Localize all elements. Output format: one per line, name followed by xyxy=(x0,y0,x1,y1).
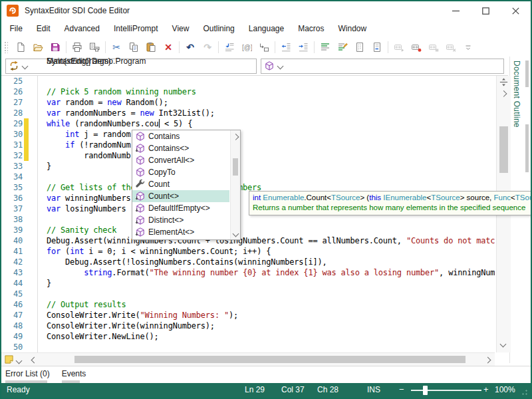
code-line[interactable]: 48ConsoleWriter.Write(winningNumbers); xyxy=(1,321,495,331)
code-line[interactable]: 28var randomNumbers = new Int32List(); xyxy=(1,108,495,118)
scroll-down-icon[interactable] xyxy=(233,231,239,237)
copy-button[interactable] xyxy=(125,39,142,55)
show-whitespace-button[interactable] xyxy=(351,39,368,55)
document-outline-tab[interactable]: Document Outline xyxy=(512,61,521,128)
macro-pause-button[interactable] xyxy=(425,39,442,55)
code-line[interactable]: 31 if (!randomNum xyxy=(1,140,495,150)
code-line[interactable]: 43 string.Format("The winning number {0}… xyxy=(1,267,495,278)
toolbar-overflow-button[interactable] xyxy=(460,39,477,55)
menu-item-outlining[interactable]: Outlining xyxy=(196,20,241,37)
member-dropdown[interactable]: Main(string[] args) xyxy=(261,59,504,74)
redo-button[interactable]: ↷ xyxy=(199,39,216,55)
code-line[interactable]: 44} xyxy=(1,278,495,289)
code-text: for (int i = 0; i < winningNumbers.Count… xyxy=(47,246,271,257)
word-wrap-button[interactable] xyxy=(368,39,386,55)
extension-method-icon xyxy=(135,191,146,201)
chevron-down-icon[interactable] xyxy=(16,358,23,364)
new-file-button[interactable] xyxy=(12,39,29,55)
cut-button[interactable]: ✂ xyxy=(108,39,125,55)
code-line[interactable]: 46// Output results xyxy=(1,299,495,310)
open-file-button[interactable] xyxy=(29,39,47,55)
code-line[interactable]: 50 xyxy=(1,342,495,352)
scroll-up-icon[interactable] xyxy=(233,134,239,140)
code-line[interactable]: 38 xyxy=(1,214,495,225)
completion-item[interactable]: ConvertAll<> xyxy=(132,154,229,166)
code-line[interactable]: 29while (randomNumbers.cou < 5) { xyxy=(1,118,495,129)
undo-button[interactable]: ↶ xyxy=(182,39,199,55)
zoom-in-button[interactable]: + xyxy=(483,384,489,394)
code-line[interactable]: 40Debug.Assert(winningNumbers.Count + lo… xyxy=(1,235,495,246)
print-preview-button[interactable] xyxy=(86,39,103,55)
resize-grip[interactable] xyxy=(520,388,528,396)
macro-record-button[interactable] xyxy=(408,39,425,55)
select-enclosing-button[interactable] xyxy=(255,39,273,55)
menu-item-language[interactable]: Language xyxy=(241,20,291,37)
code-line[interactable]: 45 xyxy=(1,289,495,299)
completion-item[interactable]: Contains xyxy=(132,130,229,142)
document-state-icon[interactable] xyxy=(4,354,14,364)
outdent-button[interactable] xyxy=(277,39,295,55)
format-document-button[interactable] xyxy=(317,39,334,55)
h-scroll-thumb[interactable] xyxy=(74,356,466,363)
code-line[interactable]: 42 Debug.Assert(!losingNumbers.Contains(… xyxy=(1,257,495,267)
menu-item-intelliprompt[interactable]: IntelliPrompt xyxy=(106,20,165,37)
status-column: Col 37 xyxy=(281,385,305,394)
print-button[interactable] xyxy=(68,39,86,55)
paste-button[interactable] xyxy=(142,39,160,55)
completion-item[interactable]: Count<> xyxy=(132,190,229,202)
zoom-slider[interactable] xyxy=(411,390,481,391)
zoom-slider-thumb[interactable] xyxy=(423,386,428,395)
type-dropdown[interactable]: SyntaxEditorDemo.Program xyxy=(5,59,257,74)
menu-item-edit[interactable]: Edit xyxy=(29,20,57,37)
error-list-tab[interactable]: Error List (0) xyxy=(5,369,50,384)
code-line[interactable]: 47ConsoleWriter.Write("Winning Numbers: … xyxy=(1,310,495,321)
code-line[interactable]: 27var random = new Random(); xyxy=(1,97,495,108)
completion-item[interactable]: Count xyxy=(132,178,229,190)
h-scrollbar[interactable] xyxy=(1,352,495,366)
completion-scrollbar[interactable] xyxy=(230,130,240,239)
menu-item-window[interactable]: Window xyxy=(331,20,374,37)
menu-item-view[interactable]: View xyxy=(165,20,196,37)
delete-button[interactable]: ✕ xyxy=(160,39,177,55)
format-selection-button[interactable] xyxy=(334,39,351,55)
v-scroll-thumb[interactable] xyxy=(499,126,508,173)
code-line[interactable]: 39// Sanity check xyxy=(1,225,495,235)
toolbar-grip[interactable] xyxy=(4,41,8,53)
menu-item-file[interactable]: File xyxy=(3,20,29,37)
completion-item[interactable]: CopyTo xyxy=(132,166,229,178)
code-line[interactable]: 26// Pick 5 random winning numbers xyxy=(1,86,495,97)
events-tab[interactable]: Events xyxy=(62,369,86,384)
scroll-left-icon[interactable] xyxy=(31,357,38,364)
completion-item[interactable]: Distinct<> xyxy=(132,214,229,226)
completion-scroll-thumb[interactable] xyxy=(233,158,238,176)
macro-play-button[interactable] xyxy=(390,39,408,55)
menu-bar: FileEditAdvancedIntelliPromptViewOutlini… xyxy=(1,20,531,37)
save-file-button[interactable] xyxy=(47,39,64,55)
indent-button[interactable] xyxy=(295,39,312,55)
code-line[interactable]: 33} xyxy=(1,161,495,172)
code-line[interactable]: 49ConsoleWriter.NewLine(); xyxy=(1,331,495,342)
macro-stop-button[interactable] xyxy=(442,39,460,55)
zoom-out-button[interactable]: − xyxy=(399,384,404,394)
close-button[interactable] xyxy=(501,1,531,20)
code-line[interactable]: 32 randomNumb xyxy=(1,150,495,161)
completion-item[interactable]: DefaultIfEmpty<> xyxy=(132,202,229,214)
minimize-button[interactable] xyxy=(441,1,471,20)
scroll-right-icon[interactable] xyxy=(485,357,491,364)
maximize-button[interactable] xyxy=(471,1,501,20)
completion-item[interactable]: ElementAt<> xyxy=(132,226,229,238)
menu-item-advanced[interactable]: Advanced xyxy=(57,20,106,37)
code-line[interactable]: 41for (int i = 0; i < winningNumbers.Cou… xyxy=(1,246,495,257)
scroll-up-icon[interactable] xyxy=(501,90,507,97)
code-line[interactable]: 30 int j = random xyxy=(1,129,495,140)
code-line[interactable]: 34 xyxy=(1,172,495,182)
outdent-icon xyxy=(281,42,291,53)
outline-scroll-thumb[interactable] xyxy=(525,124,529,172)
menu-item-macros[interactable]: Macros xyxy=(291,20,331,37)
insert-snippet-button[interactable]: [@] xyxy=(238,39,255,55)
collapse-outlining-button[interactable] xyxy=(221,39,238,55)
code-line[interactable]: 25 xyxy=(1,76,495,86)
splitter-handle-icon[interactable] xyxy=(499,77,509,87)
completion-item[interactable]: Contains<> xyxy=(132,142,229,154)
outline-scroll-thumb[interactable] xyxy=(525,61,529,87)
